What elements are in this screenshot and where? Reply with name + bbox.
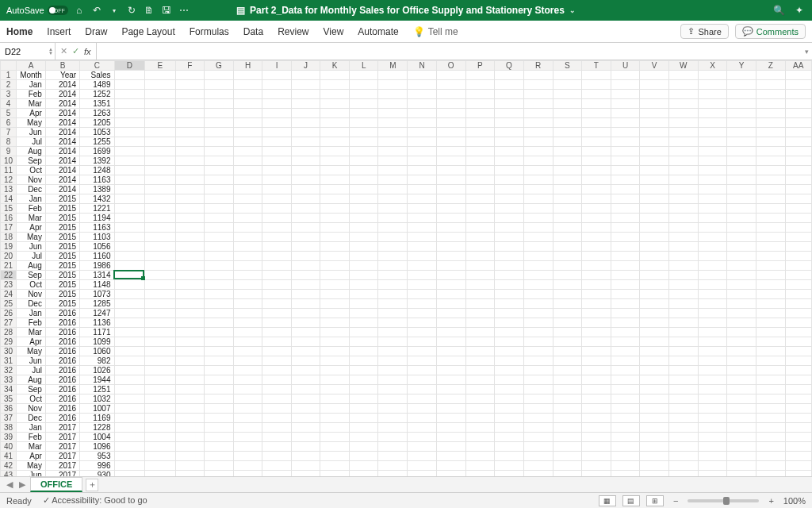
cell[interactable] (756, 461, 785, 471)
cell[interactable] (378, 147, 408, 156)
cell[interactable] (668, 414, 698, 423)
add-sheet-button[interactable]: ＋ (86, 479, 98, 491)
cell[interactable] (668, 394, 698, 404)
cell[interactable] (495, 185, 524, 194)
column-header-V[interactable]: V (640, 61, 669, 71)
cell[interactable] (320, 194, 350, 204)
cell[interactable] (378, 261, 408, 271)
cell[interactable] (291, 461, 320, 471)
cell[interactable] (785, 109, 811, 118)
cell[interactable]: 2017 (45, 433, 79, 442)
cell[interactable]: 1252 (80, 90, 114, 99)
cell[interactable] (668, 118, 698, 128)
cell[interactable] (175, 90, 205, 99)
cell[interactable] (582, 337, 611, 347)
cell[interactable] (495, 194, 524, 204)
cell[interactable] (553, 318, 582, 328)
cell[interactable] (205, 128, 234, 137)
cell[interactable] (262, 194, 291, 204)
cell[interactable] (698, 223, 727, 233)
cell[interactable] (320, 394, 350, 404)
cell[interactable] (205, 175, 234, 185)
cell[interactable] (611, 280, 640, 290)
row-header[interactable]: 32 (1, 366, 17, 375)
cell[interactable] (756, 156, 785, 166)
cell[interactable] (668, 328, 698, 337)
cell[interactable] (378, 166, 408, 175)
cell[interactable] (727, 80, 756, 90)
cell[interactable] (553, 337, 582, 347)
cell[interactable] (145, 290, 175, 299)
column-header-F[interactable]: F (175, 61, 205, 71)
cell[interactable]: Jan (17, 194, 46, 204)
cell[interactable] (611, 166, 640, 175)
cell[interactable] (495, 128, 524, 137)
row-header[interactable]: 19 (1, 242, 17, 252)
cell[interactable] (611, 442, 640, 452)
cell[interactable] (495, 242, 524, 252)
cell[interactable] (291, 290, 320, 299)
cell[interactable] (611, 309, 640, 318)
cell[interactable]: 2016 (45, 375, 79, 385)
cell[interactable] (553, 394, 582, 404)
cell[interactable] (553, 80, 582, 90)
cell[interactable] (465, 452, 495, 461)
cell[interactable] (233, 175, 262, 185)
cell[interactable] (611, 328, 640, 337)
cell[interactable] (262, 299, 291, 309)
cell[interactable] (611, 128, 640, 137)
cell[interactable] (291, 156, 320, 166)
cell[interactable] (175, 204, 205, 214)
cell[interactable] (114, 80, 145, 90)
cell[interactable] (114, 394, 145, 404)
cell[interactable] (320, 233, 350, 242)
cell[interactable] (582, 147, 611, 156)
cell[interactable] (553, 280, 582, 290)
cell[interactable] (408, 80, 437, 90)
cell[interactable] (523, 442, 553, 452)
cell[interactable] (114, 233, 145, 242)
cell[interactable] (785, 204, 811, 214)
cell[interactable] (262, 328, 291, 337)
cell[interactable] (668, 147, 698, 156)
cell[interactable]: Oct (17, 280, 46, 290)
cell[interactable] (495, 404, 524, 414)
cell[interactable] (408, 471, 437, 477)
cell[interactable] (175, 214, 205, 223)
cell[interactable] (756, 109, 785, 118)
autosave-toggle[interactable]: AutoSave OFF (6, 6, 68, 15)
cell[interactable] (698, 433, 727, 442)
cell[interactable] (175, 394, 205, 404)
cell[interactable] (205, 299, 234, 309)
cell[interactable] (291, 233, 320, 242)
cell[interactable] (523, 242, 553, 252)
cell[interactable] (436, 109, 465, 118)
cell[interactable] (233, 394, 262, 404)
cell[interactable] (262, 309, 291, 318)
cell[interactable]: 1169 (80, 414, 114, 423)
row-header[interactable]: 26 (1, 309, 17, 318)
cell[interactable] (640, 385, 669, 394)
cell[interactable] (553, 109, 582, 118)
cell[interactable] (349, 442, 378, 452)
cell[interactable] (785, 261, 811, 271)
cell[interactable] (582, 185, 611, 194)
cell[interactable] (320, 309, 350, 318)
cell[interactable]: 1351 (80, 99, 114, 109)
cell[interactable] (114, 242, 145, 252)
cell[interactable] (233, 223, 262, 233)
cell[interactable] (291, 204, 320, 214)
cell[interactable]: Oct (17, 166, 46, 175)
cell[interactable] (756, 137, 785, 147)
cell[interactable] (582, 423, 611, 433)
cell[interactable] (291, 404, 320, 414)
cell[interactable] (582, 71, 611, 80)
cell[interactable] (495, 328, 524, 337)
cell[interactable] (145, 166, 175, 175)
cell[interactable] (320, 375, 350, 385)
cell[interactable] (582, 166, 611, 175)
cell[interactable] (756, 194, 785, 204)
cell[interactable] (114, 442, 145, 452)
cell[interactable] (523, 299, 553, 309)
copilot-icon[interactable]: ✦ (793, 5, 806, 16)
